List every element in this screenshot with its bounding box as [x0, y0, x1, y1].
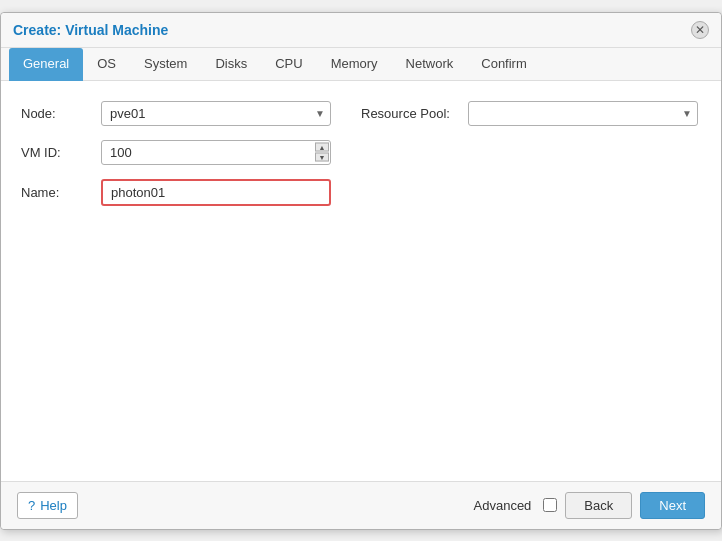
name-label: Name: [21, 185, 101, 200]
tab-general[interactable]: General [9, 48, 83, 81]
back-button[interactable]: Back [565, 492, 632, 519]
tab-cpu[interactable]: CPU [261, 48, 316, 81]
vmid-row: VM ID: ▲ ▼ [21, 140, 701, 165]
advanced-label: Advanced [474, 498, 532, 513]
close-button[interactable]: ✕ [691, 21, 709, 39]
tab-disks[interactable]: Disks [201, 48, 261, 81]
resource-pool-select[interactable] [468, 101, 698, 126]
resource-pool-wrapper: ▼ [468, 101, 698, 126]
tab-system[interactable]: System [130, 48, 201, 81]
node-field-group: pve01 ▼ Resource Pool: ▼ [101, 101, 701, 126]
vmid-label: VM ID: [21, 145, 101, 160]
question-icon: ? [28, 498, 35, 513]
tab-network[interactable]: Network [392, 48, 468, 81]
tab-bar: General OS System Disks CPU Memory Netwo… [1, 48, 721, 81]
node-select[interactable]: pve01 [101, 101, 331, 126]
vmid-spinner-up[interactable]: ▲ [315, 143, 329, 152]
vmid-spinner-wrapper: ▲ ▼ [101, 140, 331, 165]
tab-os[interactable]: OS [83, 48, 130, 81]
footer-right: Advanced Back Next [474, 492, 705, 519]
help-button[interactable]: ? Help [17, 492, 78, 519]
vmid-spinner-down[interactable]: ▼ [315, 153, 329, 162]
form-content: Node: pve01 ▼ Resource Pool: ▼ [1, 81, 721, 481]
name-input[interactable] [101, 179, 331, 206]
create-vm-dialog: Create: Virtual Machine ✕ General OS Sys… [0, 12, 722, 530]
tab-confirm[interactable]: Confirm [467, 48, 541, 81]
resource-pool-label: Resource Pool: [361, 106, 450, 121]
advanced-checkbox[interactable] [543, 498, 557, 512]
vmid-spinner-buttons: ▲ ▼ [315, 143, 329, 162]
footer: ? Help Advanced Back Next [1, 481, 721, 529]
help-label: Help [40, 498, 67, 513]
title-bar: Create: Virtual Machine ✕ [1, 13, 721, 48]
node-label: Node: [21, 106, 101, 121]
vmid-input[interactable] [101, 140, 331, 165]
node-row: Node: pve01 ▼ Resource Pool: ▼ [21, 101, 701, 126]
tab-memory[interactable]: Memory [317, 48, 392, 81]
dialog-title: Create: Virtual Machine [13, 22, 168, 38]
close-icon: ✕ [695, 23, 705, 37]
next-button[interactable]: Next [640, 492, 705, 519]
node-select-wrapper: pve01 ▼ [101, 101, 331, 126]
name-row: Name: [21, 179, 701, 206]
